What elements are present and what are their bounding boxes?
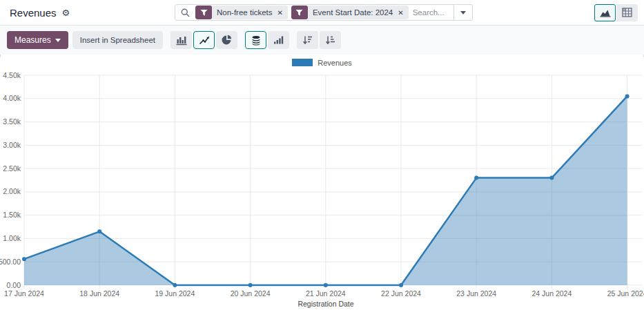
app-root: { "header": { "title": "Revenues", "gear… xyxy=(0,0,644,310)
y-tick-label: 3.00k xyxy=(3,141,21,149)
chart-point[interactable] xyxy=(248,283,253,287)
chart-point[interactable] xyxy=(549,176,554,180)
filter-facet-non-free-tickets: Non-free tickets ✕ xyxy=(195,6,288,19)
line-chart-icon xyxy=(199,35,210,46)
facet-close-icon[interactable]: ✕ xyxy=(276,6,288,19)
search-bar[interactable]: Non-free tickets ✕ Event Start Date: 202… xyxy=(175,4,473,21)
x-tick-label: 21 Jun 2024 xyxy=(306,289,346,298)
x-tick-label: 19 Jun 2024 xyxy=(155,289,195,298)
bar-chart-button[interactable] xyxy=(170,31,192,49)
control-panel: Revenues ⚙ Non-free tickets ✕ Event Star… xyxy=(0,0,644,26)
legend-swatch xyxy=(292,59,313,66)
measures-label: Measures xyxy=(14,35,51,45)
sort-descending-button[interactable] xyxy=(297,31,318,49)
y-tick-label: 4.50k xyxy=(3,71,21,79)
y-tick-label: 500.00 xyxy=(0,258,21,266)
cumulative-toggle-button[interactable] xyxy=(268,31,289,49)
x-tick-label: 18 Jun 2024 xyxy=(79,289,119,298)
search-dropdown-toggle[interactable] xyxy=(453,5,472,20)
chart-section: Revenues 0.00500.001.00k1.50k2.00k2.50k3… xyxy=(0,57,644,310)
facet-close-icon[interactable]: ✕ xyxy=(396,6,408,19)
x-tick-label: 23 Jun 2024 xyxy=(456,289,496,298)
pivot-view-button[interactable] xyxy=(616,4,638,21)
y-tick-label: 4.00k xyxy=(3,94,21,102)
chart-point[interactable] xyxy=(625,94,630,98)
pivot-grid-icon xyxy=(622,8,632,17)
x-tick-label: 22 Jun 2024 xyxy=(381,289,421,298)
legend-label: Revenues xyxy=(318,59,352,67)
database-stack-icon xyxy=(251,35,261,46)
y-tick-label: 2.50k xyxy=(3,164,21,173)
filter-funnel-icon[interactable] xyxy=(291,6,308,19)
bar-chart-icon xyxy=(176,35,187,46)
x-tick-label: 20 Jun 2024 xyxy=(231,289,271,298)
chart-point[interactable] xyxy=(173,283,177,287)
search-icon xyxy=(180,8,191,18)
page-title: Revenues xyxy=(10,7,57,19)
view-switcher xyxy=(594,4,638,21)
sort-group xyxy=(297,31,341,49)
chart-point[interactable] xyxy=(97,229,101,233)
line-chart-button[interactable] xyxy=(193,31,215,49)
ascending-bars-icon xyxy=(273,35,284,45)
chart-option-group xyxy=(245,31,289,49)
x-tick-label: 24 Jun 2024 xyxy=(531,289,572,298)
chart-legend[interactable]: Revenues xyxy=(0,57,644,68)
pie-chart-icon xyxy=(222,35,233,46)
area-chart-icon xyxy=(600,8,611,17)
y-tick-label: 3.50k xyxy=(3,117,21,126)
stacked-toggle-button[interactable] xyxy=(245,31,266,49)
chart-point[interactable] xyxy=(474,176,478,180)
filter-facet-event-start-date: Event Start Date: 2024 ✕ xyxy=(291,6,409,19)
x-tick-label: 25 Jun 2024 xyxy=(607,289,644,298)
chart-point[interactable] xyxy=(22,257,26,261)
breadcrumb: Revenues ⚙ xyxy=(10,7,175,19)
y-tick-label: 2.00k xyxy=(3,187,21,195)
measures-button[interactable]: Measures xyxy=(7,31,68,49)
chart-point[interactable] xyxy=(324,283,328,287)
y-tick-label: 1.50k xyxy=(3,211,21,219)
sort-ascending-icon xyxy=(325,35,335,45)
y-tick-label: 0.00 xyxy=(7,281,21,289)
gear-icon[interactable]: ⚙ xyxy=(62,8,70,17)
caret-down-icon xyxy=(55,39,61,42)
insert-in-spreadsheet-button[interactable]: Insert in Spreadsheet xyxy=(72,31,163,49)
x-axis-title: Registration Date xyxy=(297,300,353,308)
search-input[interactable] xyxy=(409,8,453,17)
x-tick-label: 17 Jun 2024 xyxy=(4,289,44,298)
filter-funnel-icon[interactable] xyxy=(195,6,212,19)
y-tick-label: 1.00k xyxy=(3,234,21,242)
sort-ascending-button[interactable] xyxy=(320,31,341,49)
graph-view-button[interactable] xyxy=(594,4,616,21)
caret-down-icon xyxy=(460,11,466,14)
graph-toolbar: Measures Insert in Spreadsheet xyxy=(0,26,644,55)
revenue-chart-svg[interactable]: 0.00500.001.00k1.50k2.00k2.50k3.00k3.50k… xyxy=(0,68,644,309)
sort-descending-icon xyxy=(302,35,313,45)
facet-label: Event Start Date: 2024 xyxy=(308,6,396,19)
chart-point[interactable] xyxy=(399,283,403,287)
facet-label: Non-free tickets xyxy=(212,6,276,19)
pie-chart-button[interactable] xyxy=(216,31,237,49)
chart-type-group xyxy=(170,31,237,49)
